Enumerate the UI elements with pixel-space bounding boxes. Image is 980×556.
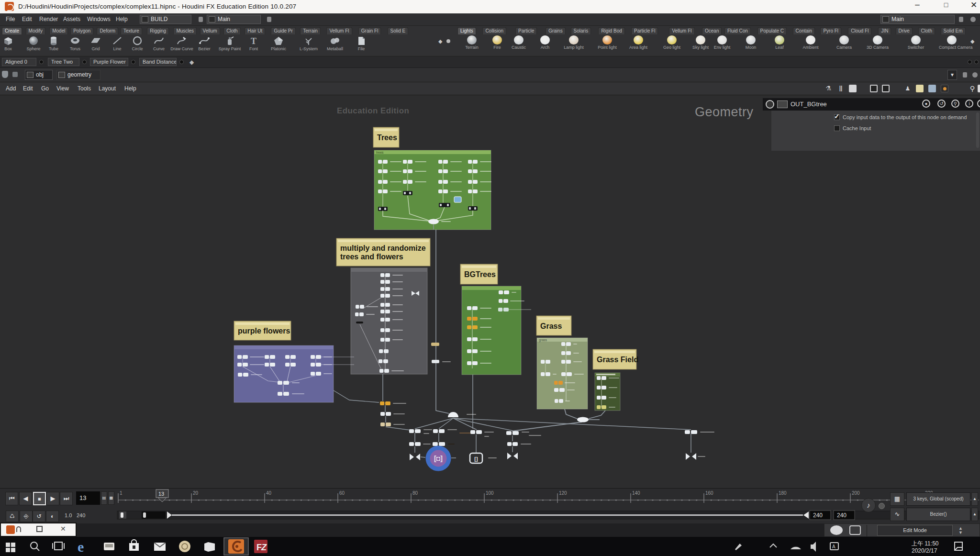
svg-text:A: A — [832, 544, 835, 549]
svg-text:[◘]: [◘] — [434, 455, 443, 462]
svg-text:BGTrees: BGTrees — [464, 270, 496, 278]
svg-text:Grass: Grass — [540, 322, 562, 330]
svg-text:20: 20 — [193, 490, 199, 496]
svg-text:140: 140 — [632, 490, 640, 496]
svg-text:160: 160 — [705, 490, 713, 496]
svg-text:trees: trees — [376, 151, 384, 154]
svg-text:multiply and randomize: multiply and randomize — [340, 244, 426, 252]
svg-text:60: 60 — [339, 490, 345, 496]
svg-text:trees and flowers: trees and flowers — [340, 253, 403, 261]
svg-text:上午 11:50: 上午 11:50 — [912, 540, 939, 547]
svg-text:[]: [] — [474, 456, 478, 462]
svg-text:grass: grass — [539, 338, 547, 342]
svg-text:purple flowers: purple flowers — [238, 327, 290, 335]
svg-text:200: 200 — [852, 490, 860, 496]
svg-text:240: 240 — [813, 512, 823, 519]
svg-text:40: 40 — [266, 490, 272, 496]
svg-text:1: 1 — [120, 490, 122, 496]
svg-text:100: 100 — [486, 490, 494, 496]
svg-text:T: T — [251, 36, 256, 46]
svg-text:13: 13 — [158, 491, 164, 497]
svg-text:180: 180 — [779, 490, 787, 496]
svg-text:e: e — [78, 539, 84, 555]
svg-text:Z: Z — [261, 543, 267, 552]
svg-text:2020/2/17: 2020/2/17 — [912, 547, 937, 554]
svg-text:Trees: Trees — [377, 133, 397, 142]
svg-text:80: 80 — [412, 490, 418, 496]
svg-text:240: 240 — [837, 512, 846, 519]
svg-text:Grass Field: Grass Field — [597, 356, 638, 364]
svg-text:120: 120 — [559, 490, 567, 496]
